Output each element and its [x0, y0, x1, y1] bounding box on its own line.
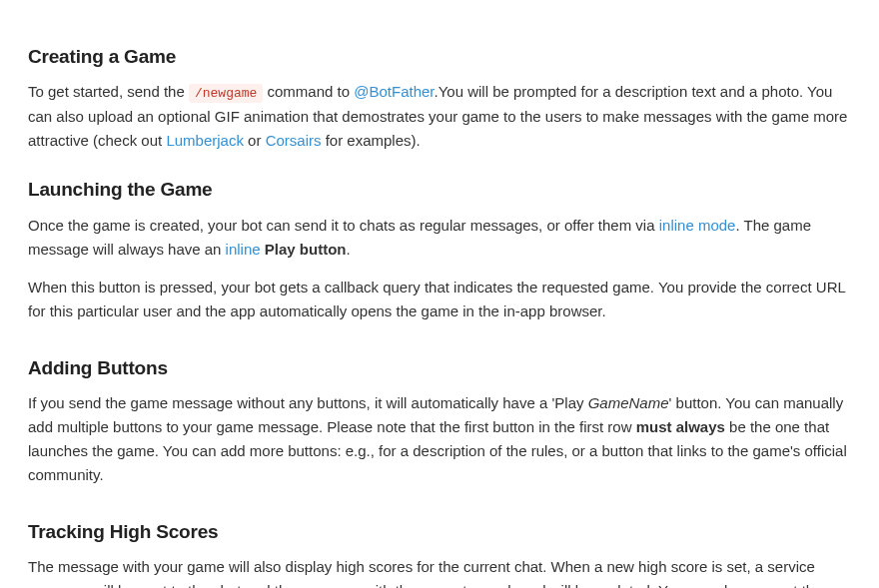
link-corsairs[interactable]: Corsairs — [266, 132, 322, 149]
heading-tracking-scores: Tracking High Scores — [28, 517, 851, 547]
text-fragment: If you send the game message without any… — [28, 394, 588, 411]
text-fragment: command to — [263, 83, 354, 100]
heading-creating-game: Creating a Game — [28, 42, 851, 72]
text-fragment: Once the game is created, your bot can s… — [28, 217, 659, 234]
text-fragment: . — [346, 241, 350, 258]
link-lumberjack[interactable]: Lumberjack — [166, 132, 244, 149]
link-botfather[interactable]: @BotFather — [354, 83, 434, 100]
paragraph-launching-2: When this button is pressed, your bot ge… — [28, 276, 851, 323]
paragraph-creating-game: To get started, send the /newgame comman… — [28, 80, 851, 153]
text-fragment: or — [244, 132, 266, 149]
paragraph-launching-1: Once the game is created, your bot can s… — [28, 214, 851, 262]
bold-play-button: Play button — [265, 241, 347, 258]
paragraph-adding-buttons: If you send the game message without any… — [28, 391, 851, 487]
link-inline[interactable]: inline — [226, 241, 261, 258]
heading-launching-game: Launching the Game — [28, 175, 851, 205]
heading-adding-buttons: Adding Buttons — [28, 353, 851, 383]
text-fragment: for examples). — [321, 132, 420, 149]
italic-gamename: GameName — [588, 394, 669, 411]
paragraph-tracking-scores: The message with your game will also dis… — [28, 555, 851, 588]
text-fragment: To get started, send the — [28, 83, 189, 100]
bold-must-always: must always — [636, 418, 725, 435]
code-newgame: /newgame — [189, 84, 263, 103]
link-inline-mode[interactable]: inline mode — [659, 217, 736, 234]
